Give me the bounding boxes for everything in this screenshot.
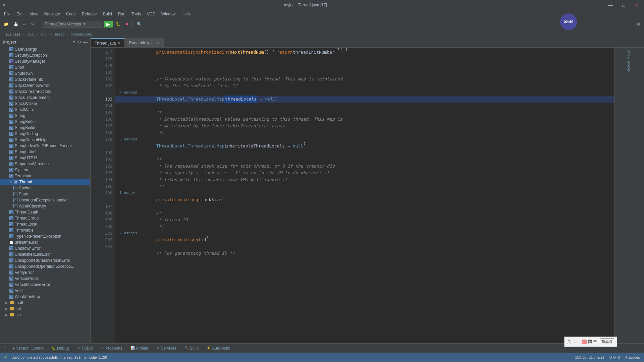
- menu-code[interactable]: Code: [63, 11, 78, 17]
- sidebar-item-virtualmachineerror[interactable]: C VirtualMachineError: [0, 282, 90, 288]
- toolbar-save[interactable]: 💾: [12, 21, 20, 27]
- sidebar-item-weakpairmaps[interactable]: C WeakPairMap: [0, 294, 90, 300]
- sidebar-collapse-button[interactable]: ≡: [72, 40, 75, 45]
- debug-button[interactable]: 🐛: [114, 21, 122, 27]
- maximize-button[interactable]: □: [620, 2, 628, 8]
- breadcrumb-thread[interactable]: Thread: [51, 32, 66, 37]
- tab-close-thread[interactable]: ✕: [118, 41, 120, 45]
- sidebar-item-unsupportedclassversionerror[interactable]: C UnsupportedClassVersionError: [0, 257, 90, 263]
- sidebar-item-terminator[interactable]: C Terminator: [0, 173, 90, 179]
- menu-refactor[interactable]: Refactor: [79, 11, 100, 17]
- sidebar-item-net[interactable]: ▶ net: [0, 306, 90, 312]
- tab-build[interactable]: 🔨 Build: [182, 345, 202, 351]
- sidebar-item-suppresswarnings[interactable]: C SuppressWarnings: [0, 161, 90, 167]
- tab-services[interactable]: ⚙ Services: [154, 345, 179, 351]
- tab-close-runnable[interactable]: ✕: [157, 41, 159, 45]
- tab-todo[interactable]: ☑ TODO: [74, 345, 95, 351]
- toolbar-search[interactable]: 🔍: [135, 21, 144, 27]
- sidebar-item-strictmath[interactable]: C StrictMath: [0, 107, 90, 113]
- menu-build[interactable]: Build: [100, 11, 115, 17]
- sidebar-item-state[interactable]: C State: [0, 191, 90, 197]
- sidebar-item-stringioob[interactable]: C StringIndexOutOfBoundsExcept...: [0, 143, 90, 149]
- stop-button[interactable]: ■: [124, 21, 129, 27]
- code-content[interactable]: private static synchronized int nextThre…: [115, 48, 614, 343]
- sidebar-item-shutdown[interactable]: C Shutdown: [0, 70, 90, 76]
- menu-vcs[interactable]: VCS: [144, 11, 158, 17]
- menu-run[interactable]: Run: [115, 11, 128, 17]
- sidebar-item-unsupportedoperationexception[interactable]: C UnsupportedOperationExceptio...: [0, 263, 90, 269]
- sidebar-item-verifyerror[interactable]: C VerifyError: [0, 269, 90, 276]
- sidebar-item-securitymanager[interactable]: C SecurityManager: [0, 58, 90, 64]
- sidebar-item-unsatisfiedlinkerror[interactable]: C UnsatisfiedLinkError: [0, 251, 90, 257]
- menu-tools[interactable]: Tools: [129, 11, 144, 17]
- expand-icon: ▶: [5, 307, 9, 311]
- sidebar-item-thread[interactable]: ▼ C Thread: [0, 179, 90, 185]
- minimize-button[interactable]: —: [606, 2, 616, 8]
- bottom-tabs-toggle[interactable]: ⌃: [3, 346, 7, 351]
- sidebar-item-uniname[interactable]: 📄 uniName.dat: [0, 239, 90, 245]
- sidebar-item-stringlatin1[interactable]: C StringLatin1: [0, 149, 90, 155]
- settings-button[interactable]: ⚙: [635, 21, 642, 27]
- sidebar-item-threadgroup[interactable]: C ThreadGroup: [0, 215, 90, 221]
- toolbar-undo[interactable]: ↩: [21, 21, 28, 27]
- tab-problems[interactable]: ⚠ Problems: [98, 345, 125, 351]
- breadcrumb-lang[interactable]: lang: [38, 32, 49, 37]
- code-line-188: */: [115, 129, 614, 136]
- tab-version-control[interactable]: ◈ Version Control: [9, 345, 46, 351]
- breadcrumb-javabase[interactable]: java.base: [3, 32, 22, 37]
- run-button[interactable]: ▶: [104, 21, 113, 27]
- tab-auto-build[interactable]: ⚡ Auto-build: [204, 345, 233, 351]
- sidebar-item-math[interactable]: ▶ math: [0, 300, 90, 306]
- sidebar-item-string[interactable]: C String: [0, 113, 90, 119]
- tab-profiler[interactable]: 📊 Profiler: [128, 345, 151, 351]
- sidebar-item-typenotpresentexception[interactable]: C TypeNotPresentException: [0, 233, 90, 239]
- code-line-183[interactable]: ThreadLocal.ThreadLocalMap threadLocals …: [115, 96, 614, 103]
- run-config-selector[interactable]: ThreadOrderAccess ▼: [42, 21, 102, 27]
- line-num-178: 178: [95, 56, 115, 62]
- breadcrumb-threadlocals[interactable]: threadLocals: [69, 32, 94, 37]
- sidebar-item-stringbuffer[interactable]: C StringBuffer: [0, 119, 90, 125]
- sidebar-item-stackwalker[interactable]: C StackWalker: [0, 101, 90, 107]
- sidebar-item-threaddeath[interactable]: C ThreadDeath: [0, 209, 90, 215]
- code-line-192: * The requested stack size for this thre…: [115, 163, 614, 170]
- sidebar-item-stringcoding[interactable]: C StringCoding: [0, 131, 90, 137]
- reader-mode-label[interactable]: Reader Mode: [626, 50, 630, 73]
- tab-runnable-java[interactable]: Runnable.java ✕: [125, 38, 164, 47]
- sidebar-item-weakclasskey[interactable]: C WeakClassKey: [0, 203, 90, 209]
- ime-input-box[interactable]: 商战必: [600, 338, 614, 345]
- sidebar-item-securityexception[interactable]: C SecurityException: [0, 52, 90, 58]
- close-button[interactable]: ✕: [632, 2, 641, 8]
- sidebar-item-system[interactable]: C System: [0, 167, 90, 173]
- sidebar-item-stackframeinfo[interactable]: C StackFrameInfo: [0, 76, 90, 82]
- sidebar-item-caches[interactable]: C Caches: [0, 185, 90, 191]
- menu-help[interactable]: Help: [179, 11, 193, 17]
- menu-window[interactable]: Window: [159, 11, 178, 17]
- sidebar-close-button[interactable]: —: [83, 40, 88, 45]
- tab-debug[interactable]: 🐛 Debug: [49, 345, 71, 351]
- sidebar-item-stackstreamfactory[interactable]: C StackStreamFactory: [0, 88, 90, 95]
- menu-edit[interactable]: Edit: [14, 11, 26, 17]
- sidebar-item-stringutf16[interactable]: C StringUTF16: [0, 155, 90, 161]
- sidebar-item-stacktraceelement[interactable]: C StackTraceElement: [0, 95, 90, 101]
- sidebar-item-versionprops[interactable]: C VersionProps: [0, 276, 90, 282]
- menu-file[interactable]: File: [1, 11, 13, 17]
- sidebar-item-throwable[interactable]: C Throwable: [0, 227, 90, 233]
- sidebar-item-stackoverflowerror[interactable]: C StackOverflowError: [0, 82, 90, 88]
- sidebar-item-unknownerror[interactable]: C UnknownError: [0, 245, 90, 251]
- tab-thread-java[interactable]: Thread.java ✕: [91, 38, 125, 47]
- sidebar-item-uncaughtexceptionhandler[interactable]: C UncaughtExceptionHandler: [0, 197, 90, 203]
- sidebar-item-void[interactable]: C Void: [0, 288, 90, 294]
- sidebar-item-threadlocal[interactable]: C ThreadLocal: [0, 221, 90, 227]
- menu-navigate[interactable]: Navigate: [42, 11, 63, 17]
- sidebar-item-nio[interactable]: ▶ nio: [0, 312, 90, 318]
- toolbar-open[interactable]: 📁: [2, 21, 10, 27]
- sidebar-settings-button[interactable]: ⚙: [77, 40, 81, 45]
- sidebar-item-stringconcathelper[interactable]: C StringConcatHelper: [0, 137, 90, 143]
- breadcrumb-java[interactable]: java: [25, 32, 36, 37]
- toolbar-redo[interactable]: ↪: [30, 21, 36, 27]
- sidebar-item-stringbuilder[interactable]: C StringBuilder: [0, 125, 90, 131]
- vertical-scrollbar[interactable]: [641, 48, 644, 343]
- menu-view[interactable]: View: [27, 11, 41, 17]
- sidebar-item-safevarargs[interactable]: C SafeVarargs: [0, 46, 90, 52]
- sidebar-item-short[interactable]: C Short: [0, 64, 90, 70]
